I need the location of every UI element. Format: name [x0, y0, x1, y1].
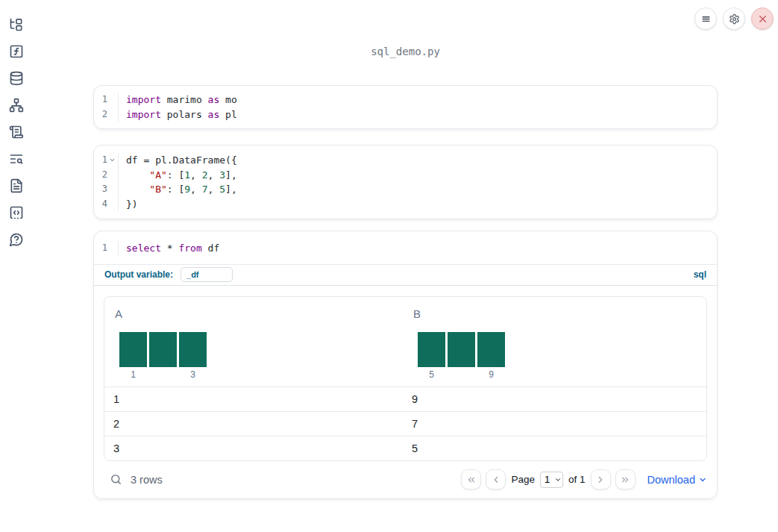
code-line[interactable]: 1df = pl.DataFrame({ [94, 153, 717, 168]
search-icon[interactable] [110, 473, 122, 486]
histogram-axis: 13 [119, 369, 207, 380]
table-body: 192735 [104, 387, 706, 460]
output-variable-label: Output variable: [104, 269, 173, 280]
chevron-down-icon [698, 475, 707, 484]
sidebar-item-snippets[interactable] [9, 205, 24, 220]
shutdown-button[interactable] [751, 7, 774, 30]
cell-output: A 13 B 59 192735 3 rows [94, 286, 717, 498]
histogram-bar [477, 332, 505, 367]
row-count: 3 rows [131, 474, 163, 486]
file-text-icon [9, 178, 24, 193]
language-badge: sql [694, 269, 706, 280]
table-cell: 2 [104, 418, 403, 430]
histogram [119, 332, 403, 367]
code-line[interactable]: 3 "B": [9, 7, 5], [94, 182, 717, 197]
column-label: A [115, 307, 403, 320]
sidebar-item-logs[interactable] [9, 125, 24, 140]
line-number: 3 [94, 182, 119, 197]
axis-tick-label: 9 [477, 369, 505, 380]
sidebar-item-file-explorer[interactable] [9, 17, 24, 32]
table-cell: 1 [104, 393, 403, 405]
histogram-bar [418, 332, 445, 367]
table-row[interactable]: 27 [104, 411, 706, 436]
line-number: 4 [94, 197, 119, 212]
cell-dataframe[interactable]: 1df = pl.DataFrame({2 "A": [1, 2, 3],3 "… [93, 145, 718, 219]
output-variable-bar: Output variable: sql [94, 264, 717, 286]
table-row[interactable]: 19 [104, 387, 706, 411]
histogram-bar [179, 332, 207, 367]
code-line[interactable]: 2 "A": [1, 2, 3], [94, 168, 717, 183]
sidebar-item-scratchpad[interactable] [9, 178, 24, 193]
code-line[interactable]: 2import polars as pl [94, 107, 717, 122]
axis-tick-label: 3 [179, 369, 207, 380]
line-number: 2 [94, 168, 119, 183]
function-square-icon [9, 44, 24, 59]
page-total-label: of 1 [568, 474, 586, 485]
code-line[interactable]: 1select * from df [94, 241, 717, 256]
notebook: sql_demo.py 1import marimo as mo2import … [93, 0, 718, 499]
sidebar-item-help[interactable] [9, 232, 24, 247]
x-icon [757, 13, 768, 25]
notebook-filename: sql_demo.py [93, 0, 718, 57]
cell-imports[interactable]: 1import marimo as mo2import polars as pl [93, 85, 718, 129]
dataframe-table: A 13 B 59 192735 [104, 296, 707, 461]
sidebar-item-variables[interactable] [9, 44, 24, 59]
column-header-a[interactable]: A 13 [104, 297, 403, 387]
line-number: 1 [94, 241, 119, 256]
table-header: A 13 B 59 [104, 297, 706, 387]
table-cell: 9 [403, 393, 706, 405]
cell-sql[interactable]: 1select * from df Output variable: sql A… [93, 231, 718, 499]
column-label: B [413, 307, 706, 320]
code-editor[interactable]: 1df = pl.DataFrame({2 "A": [1, 2, 3],3 "… [94, 145, 717, 219]
helper-sidebar [0, 0, 33, 247]
settings-button[interactable] [723, 7, 745, 30]
next-page-button[interactable] [591, 469, 611, 489]
axis-tick-label: 1 [119, 369, 147, 380]
code-square-icon [9, 205, 24, 220]
histogram-bar [149, 332, 177, 367]
page-label: Page [511, 474, 535, 485]
line-number: 2 [94, 107, 119, 122]
download-label: Download [647, 474, 696, 486]
first-page-button[interactable] [461, 469, 481, 489]
table-cell: 3 [104, 442, 403, 454]
last-page-button[interactable] [615, 469, 636, 489]
chevrons-left-icon [466, 475, 477, 485]
fold-icon[interactable] [107, 156, 116, 165]
table-cell: 7 [403, 418, 706, 430]
file-tree-icon [9, 17, 24, 32]
line-number: 1 [94, 153, 119, 168]
code-editor[interactable]: 1select * from df [94, 231, 717, 264]
page-select-wrap: 1 [540, 472, 563, 488]
table-row[interactable]: 35 [104, 436, 706, 460]
column-header-b[interactable]: B 59 [403, 297, 706, 387]
download-button[interactable]: Download [647, 474, 708, 486]
menu-button[interactable] [694, 7, 717, 30]
histogram [418, 332, 706, 367]
text-search-icon [9, 151, 24, 166]
histogram-bar [119, 332, 147, 367]
column-summary-chart: 59 [413, 332, 706, 380]
hamburger-icon [700, 13, 712, 25]
sidebar-item-documentation-search[interactable] [9, 151, 24, 166]
output-variable-input[interactable] [181, 267, 233, 282]
column-summary-chart: 13 [115, 332, 403, 380]
code-line[interactable]: 1import marimo as mo [94, 93, 717, 107]
help-bubble-icon [9, 232, 24, 247]
chevron-left-icon [491, 475, 501, 485]
page-select[interactable]: 1 [540, 472, 563, 488]
sidebar-item-data-sources[interactable] [9, 71, 24, 86]
histogram-bar [448, 332, 475, 367]
database-icon [9, 71, 24, 86]
table-cell: 5 [403, 442, 706, 454]
code-line[interactable]: 4}) [94, 197, 717, 212]
scroll-text-icon [9, 125, 24, 140]
line-number: 1 [94, 93, 119, 107]
gear-icon [729, 13, 740, 25]
code-editor[interactable]: 1import marimo as mo2import polars as pl [94, 86, 717, 128]
previous-page-button[interactable] [486, 469, 506, 489]
network-icon [9, 98, 24, 113]
table-footer: 3 rows Page 1 of 1 Download [104, 461, 707, 498]
histogram-axis: 59 [418, 369, 505, 380]
sidebar-item-dependency-graph[interactable] [9, 98, 24, 113]
